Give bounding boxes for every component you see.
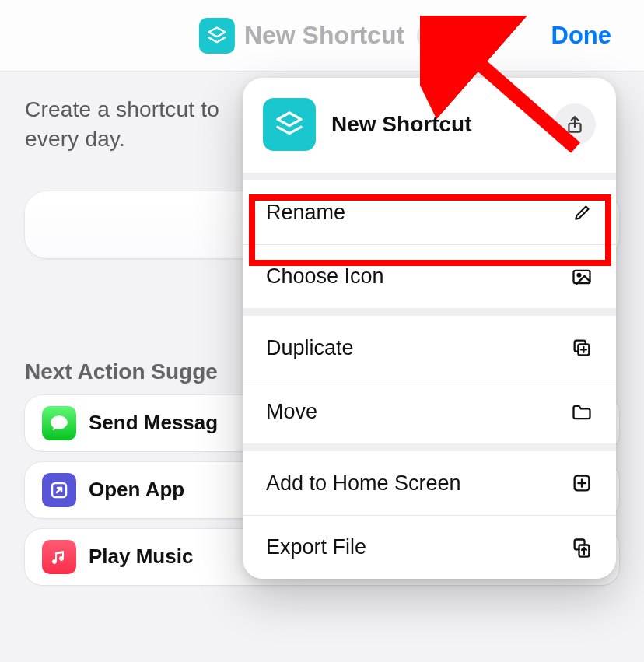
helper-text-line: every day. — [25, 127, 125, 151]
menu-item-label: Move — [266, 400, 317, 424]
pencil-icon — [572, 202, 593, 222]
title-options-button[interactable] — [417, 22, 445, 50]
svg-point-3 — [578, 273, 581, 276]
menu-separator — [243, 308, 616, 316]
export-icon — [571, 537, 593, 559]
menu-item-label: Choose Icon — [266, 264, 384, 289]
app-header: New Shortcut Done — [0, 0, 644, 72]
shortcut-icon — [199, 18, 235, 54]
done-button[interactable]: Done — [551, 0, 612, 72]
svg-rect-2 — [574, 270, 590, 282]
chevron-down-icon — [424, 29, 438, 43]
add-square-icon — [571, 472, 593, 494]
helper-text-line: Create a shortcut to — [25, 97, 219, 121]
duplicate-icon — [571, 337, 593, 359]
messages-icon — [42, 406, 76, 440]
menu-item-choose-icon[interactable]: Choose Icon — [243, 244, 616, 308]
menu-item-label: Duplicate — [266, 336, 354, 360]
share-button[interactable] — [554, 103, 596, 145]
popover-title: New Shortcut — [331, 112, 471, 137]
menu-item-export-file[interactable]: Export File — [243, 515, 616, 579]
menu-separator — [243, 173, 616, 180]
suggestion-label: Open App — [89, 478, 184, 502]
menu-item-duplicate[interactable]: Duplicate — [243, 316, 616, 380]
menu-item-rename[interactable]: Rename — [243, 180, 616, 244]
open-app-icon — [42, 473, 76, 507]
music-icon — [42, 540, 76, 574]
menu-separator — [243, 443, 616, 451]
share-icon — [565, 114, 585, 135]
image-icon — [571, 266, 593, 288]
title-group[interactable]: New Shortcut — [199, 18, 445, 54]
menu-item-label: Add to Home Screen — [266, 471, 461, 496]
suggestion-label: Send Messag — [89, 411, 218, 435]
page-title: New Shortcut — [244, 21, 404, 50]
suggestion-label: Play Music — [89, 545, 193, 569]
menu-item-add-to-home-screen[interactable]: Add to Home Screen — [243, 451, 616, 515]
menu-item-label: Export File — [266, 535, 366, 559]
menu-item-move[interactable]: Move — [243, 380, 616, 443]
folder-icon — [571, 401, 593, 423]
context-menu-popover: New Shortcut Rename Choose Icon Duplicat… — [243, 78, 616, 579]
popover-header: New Shortcut — [243, 78, 616, 173]
shortcut-icon — [263, 98, 316, 151]
menu-item-label: Rename — [266, 201, 345, 225]
